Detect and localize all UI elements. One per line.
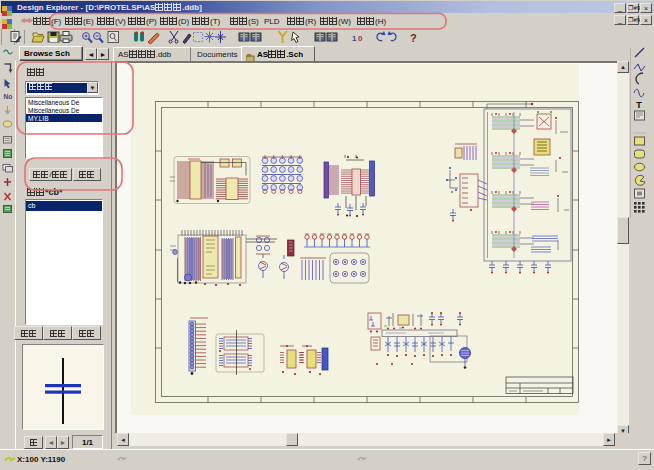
svg-text:No: No [4,93,13,100]
svg-text:?: ? [410,32,417,44]
svg-text:1: 1 [352,34,357,43]
svg-text:T: T [636,99,642,110]
svg-text:0: 0 [358,34,363,43]
